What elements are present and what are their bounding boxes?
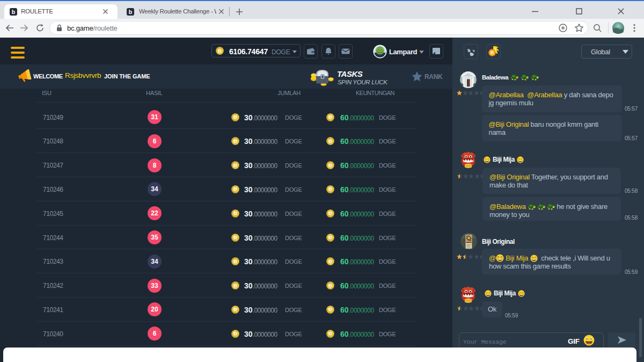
svg-text:b: b [12,9,15,15]
svg-text:b: b [129,9,132,15]
svg-text:B: B [491,50,494,55]
